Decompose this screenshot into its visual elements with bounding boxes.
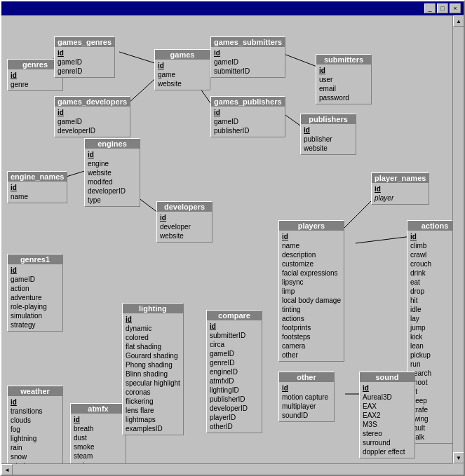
table-row: id bbox=[11, 183, 64, 192]
table-row: local body damage bbox=[282, 296, 341, 305]
table-row: email bbox=[319, 84, 368, 93]
table-row: id bbox=[58, 48, 112, 57]
table-row: name bbox=[282, 241, 341, 250]
table-weather[interactable]: weatheridtransitionscloudsfoglightningra… bbox=[7, 386, 63, 463]
table-row: actions bbox=[282, 314, 341, 323]
table-row: website bbox=[304, 144, 353, 153]
table-row: player bbox=[375, 193, 426, 203]
table-row: EAX bbox=[363, 402, 412, 411]
table-row: other bbox=[282, 351, 341, 360]
table-row: playerID bbox=[210, 413, 259, 422]
table-row: run bbox=[410, 360, 452, 369]
table-games_publishers[interactable]: games_publishersidgameIDpublisherID bbox=[210, 96, 285, 137]
table-row: website bbox=[158, 79, 207, 88]
table-row: fog bbox=[11, 425, 60, 434]
table-row: developer bbox=[160, 222, 209, 231]
table-body-submitters: iduseremailpassword bbox=[316, 64, 371, 104]
table-row: id bbox=[214, 108, 282, 117]
table-header-sound: sound bbox=[360, 372, 415, 382]
table-header-genres1: genres1 bbox=[8, 254, 62, 264]
table-row: gameID bbox=[214, 117, 282, 126]
table-row: genreID bbox=[58, 67, 112, 76]
table-row: stereo bbox=[363, 429, 412, 438]
table-row: website bbox=[88, 168, 137, 177]
table-other[interactable]: otheridmotion capturemultiplayersoundID bbox=[278, 372, 335, 422]
table-header-players: players bbox=[279, 221, 344, 231]
table-row: shoot bbox=[410, 378, 452, 387]
table-row: jump bbox=[410, 323, 452, 332]
table-games_genres[interactable]: games_genresidgameIDgenreID bbox=[54, 36, 115, 78]
table-row: action bbox=[11, 284, 60, 293]
table-games_developers[interactable]: games_developersidgameIDdeveloperID bbox=[54, 96, 130, 137]
table-row: game bbox=[158, 70, 207, 79]
table-row: description bbox=[282, 250, 341, 259]
table-genres1[interactable]: genres1idgameIDactionadventurerole-playi… bbox=[7, 254, 63, 332]
table-row: id bbox=[282, 232, 341, 241]
table-sound[interactable]: soundidAureal3DEAXEAX2M3Sstereosurroundd… bbox=[359, 372, 415, 458]
table-row: id bbox=[210, 322, 259, 331]
table-publishers[interactable]: publishersidpublisherwebsite bbox=[300, 114, 356, 155]
table-body-player_names: idplayer bbox=[372, 183, 429, 204]
svg-line-10 bbox=[356, 236, 412, 243]
table-row: developerID bbox=[58, 126, 127, 135]
table-developers[interactable]: developersiddeveloperwebsite bbox=[156, 201, 213, 243]
table-player_names[interactable]: player_namesidplayer bbox=[371, 172, 429, 205]
close-button[interactable]: × bbox=[450, 4, 461, 13]
table-header-weather: weather bbox=[8, 386, 62, 396]
table-submitters[interactable]: submittersiduseremailpassword bbox=[316, 54, 372, 104]
table-row: user bbox=[319, 75, 368, 84]
table-row: footprints bbox=[282, 323, 341, 332]
maximize-button[interactable]: □ bbox=[437, 4, 448, 13]
table-row: lightning bbox=[11, 434, 60, 443]
table-row: coronas bbox=[126, 388, 180, 397]
table-lighting[interactable]: lightingiddynamiccoloredflat shadingGour… bbox=[122, 303, 184, 435]
table-players[interactable]: playersidnamedescriptioncustomizefacial … bbox=[278, 220, 344, 362]
minimize-button[interactable]: _ bbox=[424, 4, 436, 13]
table-row: dynamic bbox=[126, 324, 180, 333]
table-header-submitters: submitters bbox=[316, 55, 371, 64]
table-row: gameID bbox=[11, 275, 60, 284]
table-row: specular highlight bbox=[126, 379, 180, 388]
table-games[interactable]: gamesidgamewebsite bbox=[154, 49, 210, 90]
scrollbar-right[interactable]: ▲ ▼ bbox=[452, 15, 464, 463]
table-row: steam bbox=[74, 451, 123, 461]
table-compare[interactable]: compareidsubmitterIDcircagameIDgenreIDen… bbox=[206, 310, 262, 433]
table-row: lens flare bbox=[126, 406, 180, 415]
table-body-engines: idenginewebsitemodifeddeveloperIDtype bbox=[85, 149, 140, 206]
table-row: kick bbox=[410, 332, 452, 341]
table-atmfx[interactable]: atmfxidbreathdustsmokesteamwaterweatherI… bbox=[70, 403, 126, 463]
scroll-left-button[interactable]: ◄ bbox=[1, 464, 13, 475]
table-body-engine_names: idname bbox=[8, 182, 67, 203]
table-row: clouds bbox=[11, 416, 60, 425]
table-row: role-playing bbox=[11, 302, 60, 311]
table-row: eat bbox=[410, 278, 452, 287]
table-row: breath bbox=[74, 424, 123, 433]
table-row: submitterID bbox=[214, 67, 282, 76]
scroll-down-button[interactable]: ▼ bbox=[453, 452, 464, 463]
table-row: id bbox=[158, 61, 207, 70]
table-body-games_developers: idgameIDdeveloperID bbox=[55, 107, 130, 137]
table-row: simulation bbox=[11, 311, 60, 320]
table-header-other: other bbox=[279, 372, 334, 382]
table-row: limp bbox=[282, 287, 341, 296]
main-window: _ □ × bbox=[0, 0, 465, 476]
table-row: gameID bbox=[214, 57, 282, 67]
table-row: website bbox=[160, 231, 209, 240]
table-row: rain bbox=[11, 443, 60, 452]
table-row: id bbox=[160, 213, 209, 222]
scrollbar-bottom[interactable]: ◄ ► bbox=[1, 463, 452, 475]
table-engines[interactable]: enginesidenginewebsitemodifeddeveloperID… bbox=[84, 138, 140, 207]
table-engine_names[interactable]: engine_namesidname bbox=[7, 171, 67, 203]
table-header-games_submitters: games_submitters bbox=[211, 37, 285, 47]
table-row: gameID bbox=[58, 117, 127, 126]
scroll-up-button[interactable]: ▲ bbox=[453, 15, 464, 27]
table-row: genre bbox=[11, 80, 60, 89]
table-row: id bbox=[58, 108, 127, 117]
table-header-atmfx: atmfx bbox=[71, 404, 126, 414]
table-body-games: idgamewebsite bbox=[155, 60, 210, 90]
table-body-weather: idtransitionscloudsfoglightningrainsnoww… bbox=[8, 396, 62, 463]
table-row: id bbox=[74, 415, 123, 424]
table-row: transitions bbox=[11, 407, 60, 416]
table-row: id bbox=[126, 315, 180, 324]
table-games_submitters[interactable]: games_submittersidgameIDsubmitterID bbox=[210, 36, 285, 78]
